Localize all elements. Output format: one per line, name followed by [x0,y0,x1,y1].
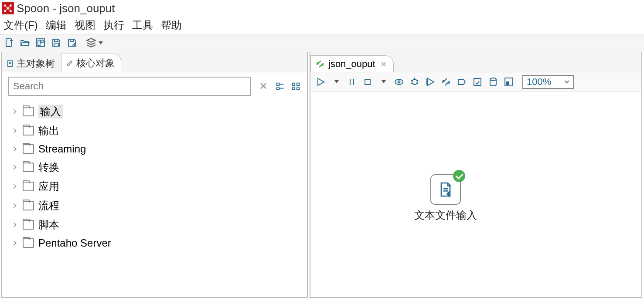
chevron-right-icon [11,164,18,171]
tree-item-output[interactable]: 输出 [10,121,303,140]
folder-icon [23,126,34,135]
new-file-icon[interactable] [3,37,15,48]
tree-item-label: Pentaho Server [38,237,111,249]
tree-item-label: 脚本 [38,218,59,232]
svg-rect-15 [55,39,58,41]
window-title: Spoon - json_ouput [17,2,115,15]
tree-item-streaming[interactable]: Streaming [10,140,303,158]
tree-item-label: 流程 [38,199,59,213]
menu-run[interactable]: 执行 [103,18,124,32]
svg-line-7 [5,8,8,11]
open-file-icon[interactable] [19,37,31,48]
editor-toolbar: 100% [310,72,641,91]
chevron-right-icon [11,240,18,247]
svg-rect-9 [6,39,11,47]
success-badge-icon [453,170,465,182]
menu-tools[interactable]: 工具 [132,18,153,32]
svg-rect-13 [38,40,40,45]
zoom-value: 100% [527,76,551,88]
folder-icon [23,201,34,210]
svg-rect-17 [70,39,74,41]
replay-icon[interactable] [425,76,436,88]
tree-item-pentaho-server[interactable]: Pentaho Server [10,234,303,252]
run-icon[interactable] [315,76,326,88]
chevron-right-icon [11,202,18,209]
show-results-icon[interactable] [503,76,515,88]
right-panel: json_ouput ✕ 100% [310,52,642,298]
main-area: 主对象树 核心对象 ✕ 输入 [0,51,644,298]
titlebar: Spoon - json_ouput [0,0,644,17]
close-tab-icon[interactable]: ✕ [381,60,386,68]
sql-icon[interactable] [472,76,483,88]
perspective-dropdown[interactable] [85,37,103,48]
menu-view[interactable]: 视图 [75,18,95,32]
chevron-right-icon [11,146,18,152]
svg-rect-40 [474,78,481,85]
tab-core-objects-label: 核心对象 [76,57,115,70]
svg-rect-25 [293,83,295,86]
step-text-file-input[interactable]: 文本文件输入 [406,174,485,222]
folder-icon [23,238,34,248]
clear-search-icon[interactable]: ✕ [257,80,269,92]
step-label: 文本文件输入 [406,208,485,222]
editor-tab-json-output[interactable]: json_ouput ✕ [310,55,394,72]
pencil-icon [66,59,74,67]
tree-item-transform[interactable]: 转换 [10,158,303,177]
svg-point-32 [395,79,403,85]
chevron-right-icon [11,183,18,190]
tree-item-flow[interactable]: 流程 [10,196,303,215]
chevron-right-icon [11,108,18,115]
tree-item-label: 输入 [38,105,63,119]
stop-options-dropdown-icon[interactable] [378,76,389,88]
search-input[interactable] [8,77,251,96]
canvas[interactable]: 文本文件输入 [310,91,641,297]
tree-item-label: Streaming [38,143,86,155]
impact-icon[interactable] [456,76,467,88]
chevron-right-icon [11,221,18,228]
svg-rect-16 [54,43,58,46]
tree-item-script[interactable]: 脚本 [10,215,303,234]
pause-icon[interactable] [346,76,358,88]
folder-icon [23,107,34,116]
zoom-dropdown[interactable]: 100% [522,75,574,89]
menu-edit[interactable]: 编辑 [46,18,67,32]
svg-rect-43 [506,82,509,85]
chevron-right-icon [11,127,18,134]
svg-rect-27 [293,87,295,90]
tree-item-label: 应用 [38,179,59,193]
document-icon [6,60,14,68]
app-icon [2,2,14,14]
folder-icon [23,163,34,172]
tab-core-objects[interactable]: 核心对象 [61,54,121,72]
tree-item-input[interactable]: 输入 [10,102,303,121]
transformation-icon [315,59,325,69]
database-explorer-icon[interactable] [487,76,499,88]
menu-file[interactable]: 文件(F) [3,18,38,32]
run-options-dropdown-icon[interactable] [331,76,342,88]
stop-icon[interactable] [362,76,373,88]
svg-rect-21 [277,83,279,86]
chevron-down-icon [564,80,569,84]
menubar: 文件(F) 编辑 视图 执行 工具 帮助 [0,17,644,34]
verify-icon[interactable] [440,76,452,88]
folder-icon [23,144,34,154]
folder-icon [23,182,34,191]
tab-main-tree-label: 主对象树 [17,57,55,70]
editor-tabs: json_ouput ✕ [310,52,641,72]
tab-main-tree[interactable]: 主对象树 [2,54,61,72]
svg-rect-28 [297,87,300,90]
expand-tree-icon[interactable] [276,81,285,91]
debug-icon[interactable] [409,76,420,88]
preview-icon[interactable] [393,76,405,88]
tree-item-utility[interactable]: 应用 [10,177,303,196]
svg-rect-22 [277,87,279,90]
explore-icon[interactable] [35,37,46,48]
svg-point-41 [490,78,496,81]
collapse-tree-icon[interactable] [291,81,301,91]
svg-line-8 [8,8,10,11]
save-icon[interactable] [51,37,62,48]
save-as-icon[interactable] [66,37,78,48]
svg-line-5 [5,6,8,8]
svg-point-33 [398,81,400,83]
menu-help[interactable]: 帮助 [161,18,182,32]
